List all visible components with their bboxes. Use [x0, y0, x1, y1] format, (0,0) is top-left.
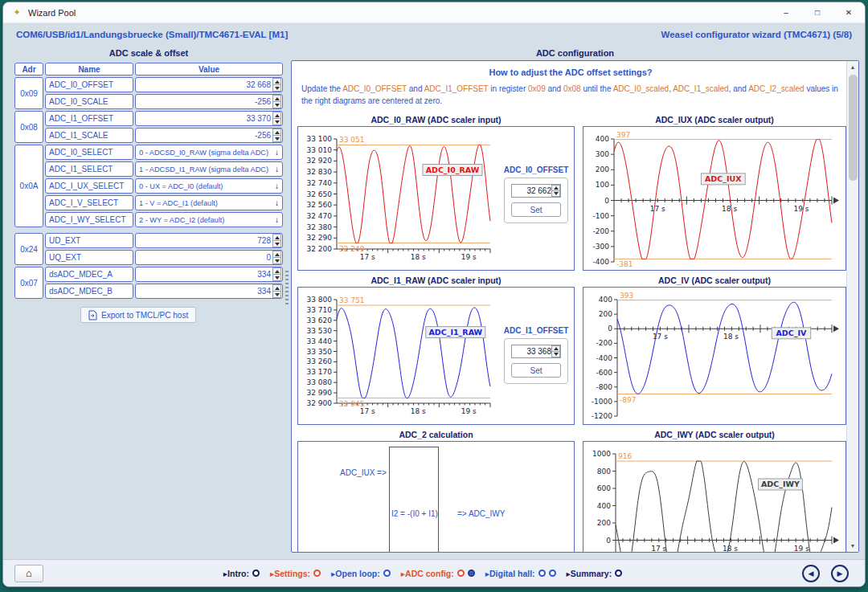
value-input-adc_i1_scale[interactable]: -256 [135, 128, 283, 143]
panel-splitter[interactable] [285, 271, 289, 306]
value-input-dsadc_mdec_a[interactable]: 334 [135, 267, 283, 282]
svg-text:ADC_IWY: ADC_IWY [761, 480, 800, 488]
spinner [551, 185, 560, 197]
column-header-name: Name [45, 63, 133, 76]
nav-radio-adc-config[interactable] [468, 570, 475, 577]
offset-value-input[interactable]: 32 662 [511, 184, 561, 198]
scroll-down-button[interactable]: ▼ [847, 540, 859, 552]
svg-text:400: 400 [597, 502, 611, 510]
back-button[interactable]: ◀ [802, 565, 820, 582]
svg-text:0: 0 [604, 197, 609, 205]
nav-radio-adc-config[interactable] [457, 570, 465, 577]
adr-cell-0x09: 0x09 [14, 77, 43, 109]
spinner [272, 78, 281, 92]
offset-value-input[interactable]: 33 368 [511, 345, 561, 358]
svg-text:32 990: 32 990 [307, 389, 333, 397]
adc-configuration-column: ADC configuration How to adjust the ADC … [291, 46, 859, 553]
spin-up-button[interactable] [551, 345, 560, 352]
name-cell-adc_i1_scale: ADC_I1_SCALE [45, 128, 133, 143]
scrollbar[interactable]: ▲ ▼ [846, 61, 858, 552]
header-bar: COM6/USB/id1/Landungsbruecke (Small)/TMC… [3, 23, 865, 46]
close-button[interactable]: ✕ [836, 4, 862, 22]
spin-down-button[interactable] [272, 258, 281, 264]
svg-text:393: 393 [620, 292, 633, 300]
nav-group-digital-hall: ▸Digital hall: [485, 569, 556, 578]
spin-down-button[interactable] [551, 352, 560, 357]
nav-radio-open-loop[interactable] [383, 570, 391, 577]
description-segment: ADC_I2_scaled [748, 84, 804, 93]
svg-text:0: 0 [606, 537, 611, 545]
select-adc_i_v_select[interactable]: 1 - V = ADC_I1 (default)↓ [135, 195, 283, 210]
svg-text:600: 600 [597, 484, 611, 492]
nav-radio-summary[interactable] [615, 570, 622, 577]
name-cell-adc_i_wy_select: ADC_I_WY_SELECT [45, 212, 133, 227]
spin-down-button[interactable] [272, 136, 281, 142]
spin-up-button[interactable] [272, 284, 281, 292]
spin-down-button[interactable] [272, 102, 281, 108]
value-input-ud_ext[interactable]: 728 [135, 233, 283, 248]
chart-frame-adc-iv: 4002000-200-400-600-800-1000-120017 s18 … [583, 287, 846, 425]
svg-text:33 751: 33 751 [339, 296, 365, 304]
chart-cell: ADC_I1_RAW (ADC scaler input)33 80033 71… [297, 276, 575, 425]
select-adc_i0_select[interactable]: 0 - ADCSD_I0_RAW (sigma delta ADC)↓ [135, 145, 283, 160]
name-cell-adc_i0_offset: ADC_I0_OFFSET [45, 77, 133, 92]
nav-radio-intro[interactable] [252, 570, 260, 577]
svg-text:-100: -100 [593, 212, 610, 220]
spin-down-button[interactable] [272, 241, 281, 247]
spinner [551, 345, 560, 357]
spin-up-button[interactable] [272, 112, 281, 119]
svg-text:33 010: 33 010 [307, 146, 333, 154]
svg-text:33 100: 33 100 [307, 135, 333, 143]
spin-up-button[interactable] [272, 95, 281, 102]
spin-up-button[interactable] [551, 185, 560, 191]
value-input-adc_i1_offset[interactable]: 33 370 [135, 111, 283, 126]
select-adc_i_ux_select[interactable]: 0 - UX = ADC_I0 (default)↓ [135, 178, 283, 194]
svg-text:32 470: 32 470 [307, 212, 333, 220]
nav-label-settings: ▸Settings: [270, 569, 310, 578]
value-input-dsadc_mdec_b[interactable]: 334 [135, 284, 283, 299]
dropdown-arrow-icon: ↓ [275, 148, 279, 157]
nav-radio-digital-hall[interactable] [538, 570, 546, 577]
name-cell-adc_i1_select: ADC_I1_SELECT [45, 161, 133, 177]
nav-radio-settings[interactable] [313, 570, 321, 577]
adr-cell-0x0A: 0x0A [14, 145, 43, 227]
svg-text:ADC_IV: ADC_IV [776, 329, 807, 337]
offset-set-button[interactable]: Set [511, 363, 561, 378]
nav-radio-digital-hall[interactable] [549, 570, 556, 577]
spin-up-button[interactable] [272, 267, 281, 275]
name-cell-dsadc_mdec_a: dsADC_MDEC_A [45, 267, 133, 282]
value-input-adc_i0_scale[interactable]: -256 [135, 94, 283, 109]
spin-up-button[interactable] [272, 78, 281, 85]
spin-down-button[interactable] [272, 292, 281, 298]
spinner [272, 234, 281, 247]
spin-down-button[interactable] [272, 275, 281, 281]
minimize-button[interactable]: – [773, 4, 799, 22]
register-table-header: AdrNameValue [14, 63, 286, 76]
value-text: -256 [255, 131, 271, 140]
scroll-thumb[interactable] [849, 75, 858, 181]
offset-set-button[interactable]: Set [511, 202, 561, 217]
spin-down-button[interactable] [272, 85, 281, 92]
spinner [272, 267, 281, 281]
dropdown-arrow-icon: ↓ [275, 215, 279, 224]
select-adc_i1_select[interactable]: 1 - ADCSD_I1_RAW (sigma delta ADC)↓ [135, 161, 283, 177]
maximize-button[interactable]: □ [805, 4, 830, 22]
spin-up-button[interactable] [272, 129, 281, 136]
value-input-uq_ext[interactable]: 0 [135, 250, 283, 265]
scroll-up-button[interactable]: ▲ [847, 61, 859, 73]
window-title: Wizard Pool [28, 8, 76, 18]
spin-up-button[interactable] [272, 234, 281, 241]
home-button[interactable]: ⌂ [14, 565, 43, 582]
adr-cell-0x08: 0x08 [14, 111, 43, 143]
export-button[interactable]: Export to TMCL/PC host [80, 307, 196, 323]
spin-up-button[interactable] [272, 251, 281, 258]
select-adc_i_wy_select[interactable]: 2 - WY = ADC_I2 (default)↓ [135, 212, 283, 227]
selected-option: 0 - ADCSD_I0_RAW (sigma delta ADC) [139, 149, 268, 157]
spin-down-button[interactable] [272, 119, 281, 125]
dropdown-arrow-icon: ↓ [275, 182, 279, 190]
spin-down-button[interactable] [551, 191, 560, 197]
nav-arrows: ◀ ▶ [802, 565, 849, 582]
svg-text:32 200: 32 200 [307, 245, 333, 253]
forward-button[interactable]: ▶ [831, 565, 849, 582]
value-input-adc_i0_offset[interactable]: 32 668 [135, 77, 283, 92]
